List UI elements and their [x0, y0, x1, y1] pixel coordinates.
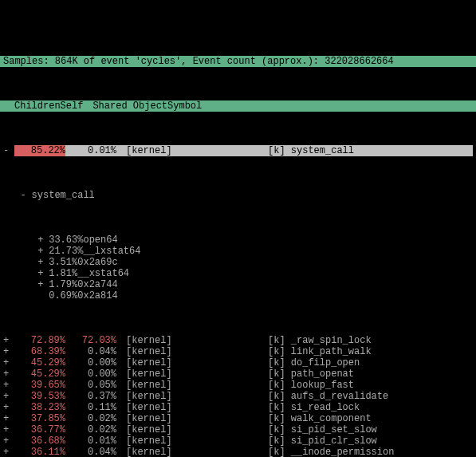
- children-pct: 36.11%: [14, 447, 65, 457]
- col-self: Self: [61, 100, 84, 112]
- self-pct: 0.02%: [65, 413, 116, 424]
- symbol: [k] si_pid_clr_slow: [268, 435, 473, 447]
- children-pct: 68.39%: [14, 346, 65, 357]
- children-pct: 85.22%: [14, 145, 65, 156]
- perf-row[interactable]: +72.89%72.03%[kernel][k] _raw_spin_lock: [0, 335, 476, 346]
- children-pct: 38.23%: [14, 402, 65, 413]
- symbol: [k] lookup_fast: [268, 380, 473, 391]
- symbol: [k] link_path_walk: [268, 346, 473, 357]
- callchain-root[interactable]: - system_call: [0, 190, 476, 201]
- perf-row-selected[interactable]: -85.22%0.01%[kernel][k] system_call: [0, 145, 476, 156]
- callchain-item[interactable]: + 1.81% __xstat64: [0, 268, 476, 279]
- samples-header: Samples: 864K of event 'cycles', Event c…: [0, 56, 476, 67]
- expand-icon[interactable]: +: [3, 402, 14, 413]
- col-children: Children: [14, 100, 61, 112]
- children-pct: 36.68%: [14, 435, 65, 447]
- collapse-icon[interactable]: -: [21, 190, 32, 201]
- shared-object: [kernel]: [116, 447, 268, 457]
- children-pct: 72.89%: [14, 335, 65, 346]
- expand-icon[interactable]: +: [3, 435, 14, 447]
- symbol: [k] aufs_d_revalidate: [268, 391, 473, 402]
- symbol: [k] __inode_permission: [268, 447, 473, 457]
- callchain-symbol: __xstat64: [77, 268, 129, 279]
- column-headers: ChildrenSelfShared ObjectSymbol: [0, 100, 476, 112]
- perf-row[interactable]: +39.65%0.05%[kernel][k] lookup_fast: [0, 380, 476, 391]
- callchain-item[interactable]: + 1.79% 0x2a744: [0, 279, 476, 290]
- callchain-pct: 1.81%: [49, 268, 77, 279]
- expand-icon[interactable]: [37, 290, 49, 301]
- callchain-pct: 0.69%: [49, 290, 77, 301]
- children-pct: 39.53%: [14, 391, 65, 402]
- self-pct: 0.37%: [65, 391, 116, 402]
- shared-object: [kernel]: [116, 145, 268, 156]
- callchain-symbol: 0x2a69c: [77, 257, 117, 268]
- shared-object: [kernel]: [116, 357, 268, 368]
- callchain-pct: 3.51%: [49, 257, 77, 268]
- children-pct: 45.29%: [14, 357, 65, 368]
- children-pct: 45.29%: [14, 368, 65, 380]
- perf-row[interactable]: +68.39%0.04%[kernel][k] link_path_walk: [0, 346, 476, 357]
- col-symbol: Symbol: [167, 100, 202, 112]
- expand-icon[interactable]: +: [3, 357, 14, 368]
- perf-row[interactable]: +36.11%0.04%[kernel][k] __inode_permissi…: [0, 447, 476, 457]
- perf-row[interactable]: +37.85%0.02%[kernel][k] walk_component: [0, 413, 476, 424]
- perf-row[interactable]: +45.29%0.00%[kernel][k] do_filp_open: [0, 357, 476, 368]
- symbol: [k] si_pid_set_slow: [268, 424, 473, 435]
- expand-icon[interactable]: +: [3, 413, 14, 424]
- expand-icon[interactable]: +: [3, 424, 14, 435]
- self-pct: 0.04%: [65, 447, 116, 457]
- expand-icon[interactable]: +: [37, 246, 49, 257]
- expand-icon[interactable]: +: [3, 346, 14, 357]
- self-pct: 0.01%: [65, 145, 116, 156]
- symbol: [k] walk_component: [268, 413, 473, 424]
- callchain-item[interactable]: + 21.73% __lxstat64: [0, 246, 476, 257]
- shared-object: [kernel]: [116, 346, 268, 357]
- callchain-symbol: __lxstat64: [83, 246, 140, 257]
- shared-object: [kernel]: [116, 413, 268, 424]
- symbol: [k] do_filp_open: [268, 357, 473, 368]
- perf-row[interactable]: +45.29%0.00%[kernel][k] path_openat: [0, 368, 476, 380]
- children-pct: 36.77%: [14, 424, 65, 435]
- expand-icon[interactable]: +: [3, 335, 14, 346]
- expand-icon[interactable]: +: [3, 447, 14, 457]
- shared-object: [kernel]: [116, 402, 268, 413]
- perf-row[interactable]: +36.77%0.02%[kernel][k] si_pid_set_slow: [0, 424, 476, 435]
- expand-icon[interactable]: +: [37, 257, 49, 268]
- callchain-item[interactable]: + 33.63% open64: [0, 234, 476, 246]
- callchain-symbol: 0x2a814: [77, 290, 117, 301]
- children-pct: 39.65%: [14, 380, 65, 391]
- callchain-symbol: 0x2a744: [77, 279, 117, 290]
- perf-row[interactable]: +39.53%0.37%[kernel][k] aufs_d_revalidat…: [0, 391, 476, 402]
- self-pct: 0.01%: [65, 435, 116, 447]
- symbol: [k] _raw_spin_lock: [268, 335, 473, 346]
- self-pct: 0.05%: [65, 380, 116, 391]
- expand-icon[interactable]: +: [3, 380, 14, 391]
- callchain-label: system_call: [32, 190, 95, 201]
- callchain-pct: 21.73%: [49, 246, 83, 257]
- shared-object: [kernel]: [116, 424, 268, 435]
- children-pct: 37.85%: [14, 413, 65, 424]
- shared-object: [kernel]: [116, 391, 268, 402]
- expand-icon[interactable]: +: [37, 234, 49, 246]
- collapse-icon[interactable]: -: [3, 145, 14, 156]
- self-pct: 0.02%: [65, 424, 116, 435]
- col-shared-object: Shared Object: [83, 100, 167, 112]
- symbol: [k] path_openat: [268, 368, 473, 380]
- callchain-pct: 33.63%: [49, 234, 83, 246]
- expand-icon[interactable]: +: [37, 279, 49, 290]
- shared-object: [kernel]: [116, 368, 268, 380]
- shared-object: [kernel]: [116, 380, 268, 391]
- perf-row[interactable]: +36.68%0.01%[kernel][k] si_pid_clr_slow: [0, 435, 476, 447]
- expand-icon[interactable]: +: [37, 268, 49, 279]
- callchain-item[interactable]: + 3.51% 0x2a69c: [0, 257, 476, 268]
- self-pct: 72.03%: [65, 335, 116, 346]
- self-pct: 0.11%: [65, 402, 116, 413]
- symbol: [k] si_read_lock: [268, 402, 473, 413]
- callchain-item[interactable]: 0.69% 0x2a814: [0, 290, 476, 301]
- expand-icon[interactable]: +: [3, 368, 14, 380]
- self-pct: 0.00%: [65, 368, 116, 380]
- callchain-symbol: open64: [83, 234, 117, 246]
- expand-icon[interactable]: +: [3, 391, 14, 402]
- self-pct: 0.04%: [65, 346, 116, 357]
- perf-row[interactable]: +38.23%0.11%[kernel][k] si_read_lock: [0, 402, 476, 413]
